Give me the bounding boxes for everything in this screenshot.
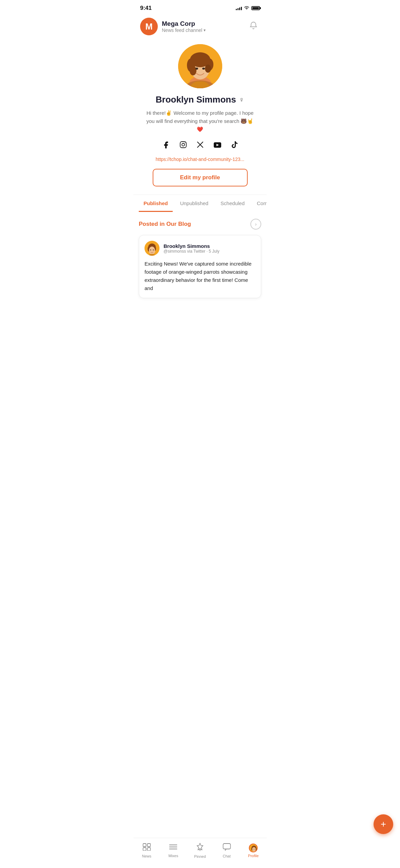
signal-bars-icon	[236, 6, 242, 10]
bell-icon	[250, 23, 257, 31]
svg-point-8	[205, 65, 211, 73]
tabs-row: Published Unpublished Scheduled Comments	[139, 195, 261, 212]
twitter-x-link[interactable]	[195, 140, 205, 152]
gender-symbol: ♀	[239, 95, 245, 104]
post-author-avatar	[145, 241, 159, 256]
profile-name: Brooklyn Simmons ♀	[156, 94, 244, 105]
tab-published[interactable]: Published	[139, 195, 173, 212]
view-blog-button[interactable]: ›	[250, 219, 261, 230]
svg-rect-11	[180, 142, 186, 148]
profile-avatar	[178, 44, 222, 88]
svg-point-20	[149, 247, 155, 254]
post-author-name: Brooklyn Simmons	[164, 243, 255, 249]
posted-in-row: Posted in Our Blog ›	[139, 219, 261, 230]
chevron-down-icon: ▾	[204, 28, 206, 33]
channel-label[interactable]: News feed channel ▾	[162, 28, 247, 33]
social-links	[161, 140, 239, 152]
tab-scheduled[interactable]: Scheduled	[216, 195, 249, 212]
app-header: M Mega Corp News feed channel ▾	[133, 14, 267, 41]
svg-point-21	[150, 250, 151, 250]
tiktok-link[interactable]	[230, 140, 239, 152]
brand-initial: M	[145, 21, 153, 32]
notifications-button[interactable]	[247, 19, 260, 34]
status-icons	[236, 5, 260, 11]
battery-icon	[251, 6, 260, 10]
brand-logo: M	[140, 18, 158, 35]
posted-in-label: Posted in Our Blog	[139, 221, 191, 228]
status-time: 9:41	[140, 5, 152, 12]
blog-name: Our Blog	[166, 221, 191, 227]
tab-unpublished[interactable]: Unpublished	[175, 195, 213, 212]
svg-point-22	[153, 250, 154, 250]
edit-profile-button[interactable]: Edit my profile	[153, 169, 248, 186]
svg-point-13	[185, 143, 185, 143]
svg-point-9	[195, 68, 198, 70]
wifi-icon	[244, 5, 249, 11]
post-meta: Brooklyn Simmons @simmonss via Twitter ·…	[164, 243, 255, 254]
content-tabs: Published Unpublished Scheduled Comments	[133, 195, 267, 212]
profile-bio: Hi there!✌️ Welcome to my profile page. …	[144, 109, 256, 133]
profile-section: Brooklyn Simmons ♀ Hi there!✌️ Welcome t…	[133, 41, 267, 195]
post-header: Brooklyn Simmons @simmonss via Twitter ·…	[145, 241, 255, 256]
svg-point-12	[182, 143, 185, 146]
svg-point-10	[202, 68, 205, 70]
post-card: Brooklyn Simmons @simmonss via Twitter ·…	[139, 235, 261, 298]
youtube-link[interactable]	[212, 140, 223, 152]
svg-point-7	[190, 66, 196, 75]
tab-comments[interactable]: Comments	[252, 195, 267, 212]
profile-url[interactable]: https://tchop.io/chat-and-community-123.…	[156, 157, 244, 162]
brand-name: Mega Corp	[162, 20, 247, 28]
facebook-link[interactable]	[161, 140, 171, 152]
post-content: Exciting News! We've captured some incre…	[145, 260, 255, 292]
content-area: Posted in Our Blog ›	[133, 212, 267, 305]
status-bar: 9:41	[133, 0, 267, 14]
header-text: Mega Corp News feed channel ▾	[162, 20, 247, 33]
instagram-link[interactable]	[178, 140, 188, 152]
post-source: @simmonss via Twitter · 5 July	[164, 249, 255, 254]
